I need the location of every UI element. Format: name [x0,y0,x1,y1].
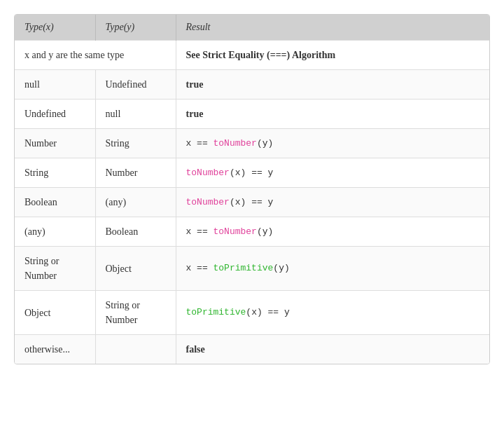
cell-same-type-xy: x and y are the same type [15,41,176,70]
toNumber-y-call: toNumber [214,138,257,149]
cell-obj-result: toPrimitive(x) == y [176,291,489,335]
cell-undefined-x: Undefined [15,100,95,129]
cell-any-x: (any) [15,217,95,247]
cell-any-y: Boolean [95,217,176,247]
cell-obj-y: String or Number [95,291,176,335]
cell-undefined-y: null [95,100,176,129]
cell-numstr-result: x == toNumber(y) [176,129,489,158]
table-row: otherwise... false [15,335,489,364]
toNumber-x-call2: toNumber [186,197,230,207]
toNumber-x-call: toNumber [186,167,230,178]
cell-strornum-x: String or Number [15,247,95,291]
table-row: String or Number Object x == toPrimitive… [15,247,489,291]
cell-any-result: x == toNumber(y) [176,217,489,247]
same-type-label: x and y are the same type [24,50,124,60]
cell-null-y: Undefined [95,70,176,100]
cell-numstr-y: String [95,129,176,158]
equality-table: Type(x) Type(y) Result x and y are the s… [14,14,490,364]
table-header-row: Type(x) Type(y) Result [15,15,489,41]
toPrimitive-x-call: toPrimitive [186,307,246,317]
table-row: Boolean (any) toNumber(x) == y [15,188,489,217]
header-type-x: Type(x) [15,15,95,41]
table-row: (any) Boolean x == toNumber(y) [15,217,489,247]
cell-undefined-result: true [176,100,489,129]
cell-bool-result: toNumber(x) == y [176,188,489,217]
cell-null-x: null [15,70,95,100]
cell-strnum-result: toNumber(x) == y [176,158,489,188]
cell-strnum-x: String [15,158,95,188]
table-row: null Undefined true [15,70,489,100]
cell-obj-x: Object [15,291,95,335]
toNumber-y-call2: toNumber [214,226,257,237]
cell-numstr-x: Number [15,129,95,158]
cell-otherwise-result: false [176,335,489,364]
cell-null-result: true [176,70,489,100]
cell-bool-x: Boolean [15,188,95,217]
strict-equality-text: See Strict Equality (===) Algorithm [186,50,336,60]
header-type-y: Type(y) [95,15,176,41]
cell-same-type-result: See Strict Equality (===) Algorithm [176,41,489,70]
cell-strornum-result: x == toPrimitive(y) [176,247,489,291]
cell-otherwise-y [95,335,176,364]
cell-otherwise-x: otherwise... [15,335,95,364]
table-row: Undefined null true [15,100,489,129]
toPrimitive-y-call: toPrimitive [214,263,274,273]
cell-strnum-y: Number [95,158,176,188]
table-row: Number String x == toNumber(y) [15,129,489,158]
table-row: x and y are the same type See Strict Equ… [15,41,489,70]
cell-strornum-y: Object [95,247,176,291]
header-result: Result [176,15,489,41]
cell-bool-y: (any) [95,188,176,217]
table-row: String Number toNumber(x) == y [15,158,489,188]
table-row: Object String or Number toPrimitive(x) =… [15,291,489,335]
